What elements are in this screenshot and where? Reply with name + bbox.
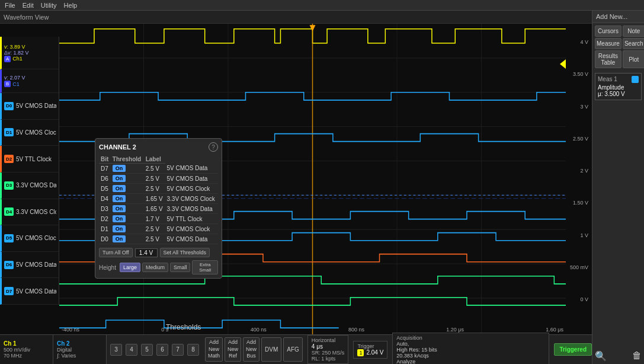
sidebar-buttons: Cursors Note Measure Search Results Tabl… (592, 23, 644, 71)
scope-area[interactable]: v: 3.89 V Δv: 1.82 V A Ch1 v: 2.07 V B C… (0, 24, 592, 334)
ch2-table-row: D5 On 2.5 V 5V CMOS Clock (99, 184, 218, 194)
ch2-table: Bit Threshold Label D7 On 2.5 V 5V CMOS … (99, 155, 218, 244)
ch2-table-row: D6 On 2.5 V 5V CMOS Data (99, 174, 218, 184)
height-small-button[interactable]: Small (170, 263, 191, 272)
meas-panel[interactable]: Meas 1 Amplitude μ: 3.500 V (595, 73, 642, 100)
menu-utility[interactable]: Utility (41, 2, 57, 9)
bottom-bar: Ch 1 500 mV/div 70 MHz Ch 2 Digital ∫: V… (0, 334, 592, 364)
add-new-ref-button[interactable]: AddNewRef (225, 337, 241, 362)
ch2-modal: CHANNEL 2 ? Bit Threshold Label D7 On 2.… (95, 138, 222, 279)
c1-label[interactable]: v: 2.07 V B C1 (0, 69, 59, 93)
d3-label[interactable]: D3 3.3V CMOS Data (0, 173, 59, 199)
bottom-ch2[interactable]: Ch 2 Digital ∫: Varies (53, 335, 107, 364)
waveform-title: Waveform View (4, 14, 49, 21)
waveform-panel: Waveform View v: 3.89 V Δv: 1.82 V A Ch1… (0, 11, 592, 364)
channel-8-button[interactable]: 8 (187, 344, 199, 356)
channel-labels: v: 3.89 V Δv: 1.82 V A Ch1 v: 2.07 V B C… (0, 37, 59, 305)
channel-7-button[interactable]: 7 (172, 344, 184, 356)
ch2-modal-title: CHANNEL 2 (99, 143, 136, 151)
channel-6-button[interactable]: 6 (156, 344, 168, 356)
d4-label[interactable]: D4 3.3V CMOS Clock (0, 199, 59, 226)
add-new-bus-button[interactable]: AddNewBus (243, 337, 259, 362)
svg-marker-14 (310, 25, 316, 31)
thresholds-label: Thresholds (166, 323, 201, 331)
measure-button[interactable]: Measure (595, 38, 621, 49)
note-button[interactable]: Note (623, 25, 644, 37)
zoom-icon[interactable]: 🔍 (595, 350, 607, 362)
bit-on-button[interactable]: On (113, 165, 126, 172)
results-table-button[interactable]: Results Table (595, 50, 621, 68)
menubar: File Edit Utility Help (0, 0, 644, 11)
d1-label[interactable]: D1 5V CMOS Clock (0, 120, 59, 146)
turn-all-off-button[interactable]: Turn All Off (99, 248, 133, 257)
bit-on-button[interactable]: On (113, 235, 126, 242)
channel-3-button[interactable]: 3 (110, 344, 122, 356)
menu-file[interactable]: File (5, 2, 15, 9)
trash-icon[interactable]: 🗑 (632, 350, 642, 362)
ch2-help-button[interactable]: ? (209, 142, 218, 152)
threshold-input[interactable] (135, 248, 158, 257)
search-button[interactable]: Search (623, 38, 644, 49)
bit-on-button[interactable]: On (113, 225, 126, 232)
d6-label[interactable]: D6 5V CMOS Data (0, 252, 59, 279)
y-axis: 4 V 3.50 V 3 V 2.50 V 2 V 1.50 V 1 V 500… (566, 37, 589, 305)
bit-on-button[interactable]: On (113, 205, 126, 212)
bottom-trigger[interactable]: Trigger 1 2.04 V (353, 341, 387, 359)
height-medium-button[interactable]: Medium (142, 263, 168, 272)
ch2-table-row: D3 On 1.65 V 3.3V CMOS Data (99, 204, 218, 214)
main-area: Waveform View v: 3.89 V Δv: 1.82 V A Ch1… (0, 11, 644, 364)
bit-on-button[interactable]: On (113, 185, 126, 192)
d5-label[interactable]: D5 5V CMOS Clock (0, 225, 59, 252)
height-large-button[interactable]: Large (120, 263, 140, 272)
menu-edit[interactable]: Edit (23, 2, 34, 9)
sidebar-bottom: 🔍 🗑 (592, 348, 644, 364)
bit-on-button[interactable]: On (113, 175, 126, 182)
ch2-table-row: D7 On 2.5 V 5V CMOS Data (99, 164, 218, 174)
add-new-bar: Add New... (592, 11, 644, 23)
plot-button[interactable]: Plot (623, 50, 644, 68)
ch2-table-row: D0 On 2.5 V 5V CMOS Data (99, 234, 218, 244)
d2-label[interactable]: D2 5V TTL Clock (0, 146, 59, 173)
add-new-math-button[interactable]: AddNewMath (205, 337, 223, 362)
channel-4-button[interactable]: 4 (126, 344, 137, 356)
channel-5-button[interactable]: 5 (141, 344, 153, 356)
ch2-table-row: D1 On 2.5 V 5V CMOS Clock (99, 224, 218, 234)
cursors-button[interactable]: Cursors (595, 25, 621, 37)
height-extrasmall-button[interactable]: Extra Small (192, 260, 218, 274)
bottom-numbers: 3 4 5 6 7 8 (107, 344, 203, 356)
ch2-table-row: D2 On 1.7 V 5V TTL Clock (99, 214, 218, 224)
d0-label[interactable]: D0 5V CMOS Data (0, 93, 59, 120)
ch2-modal-header: CHANNEL 2 ? (99, 142, 218, 152)
meas-arrow (560, 59, 566, 69)
set-all-thresholds-button[interactable]: Set All Thresholds (160, 248, 210, 257)
ch2-bottom-controls: Turn All Off Set All Thresholds (99, 248, 218, 257)
waveform-header: Waveform View (0, 11, 592, 24)
menu-help[interactable]: Help (64, 2, 78, 9)
triggered-button[interactable]: Triggered (554, 343, 592, 356)
bit-on-button[interactable]: On (113, 215, 126, 222)
ch1-label[interactable]: v: 3.89 V Δv: 1.82 V A Ch1 (0, 37, 59, 69)
right-sidebar: Add New... Cursors Note Measure Search R… (592, 11, 644, 364)
afg-button[interactable]: AFG (283, 337, 303, 362)
bottom-ch1[interactable]: Ch 1 500 mV/div 70 MHz (0, 335, 53, 364)
height-row: Height Large Medium Small Extra Small (99, 260, 218, 274)
ch2-table-row: D4 On 1.65 V 3.3V CMOS Clock (99, 194, 218, 204)
bit-on-button[interactable]: On (113, 195, 126, 202)
ch2-table-body: D7 On 2.5 V 5V CMOS Data D6 On 2.5 V 5V … (99, 164, 218, 244)
bottom-horizontal[interactable]: Horizontal 4 μs SR: 250 MS/s RL: 1 kpts (307, 335, 349, 364)
d7-label[interactable]: D7 5V CMOS Data (0, 278, 59, 305)
bottom-acquisition[interactable]: Acquisition Auto, High Res: 15 bits 20.3… (392, 333, 549, 365)
bottom-add-buttons: AddNewMath AddNewRef AddNewBus DVM AFG (203, 337, 305, 362)
dvm-button[interactable]: DVM (261, 337, 281, 362)
